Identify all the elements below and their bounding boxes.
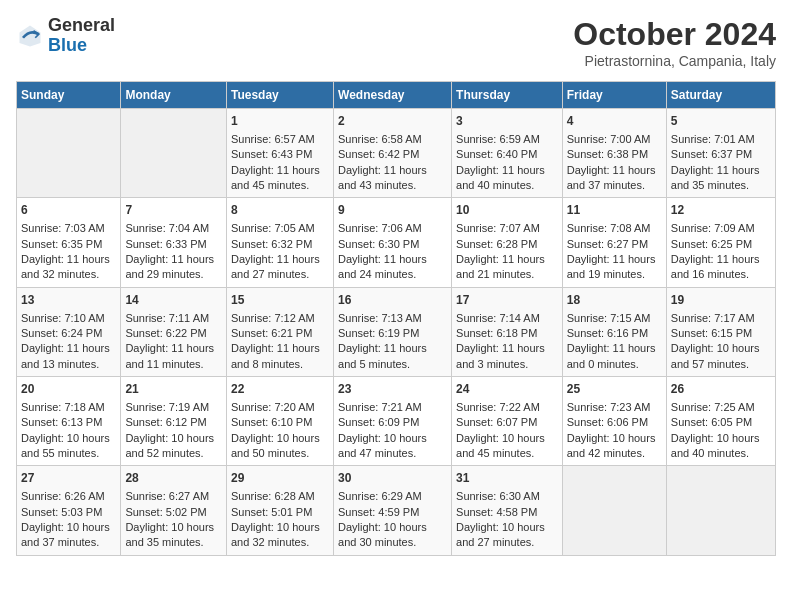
day-info-line: Sunset: 6:27 PM: [567, 237, 662, 252]
calendar-cell: [121, 109, 227, 198]
day-info-line: Sunrise: 7:03 AM: [21, 221, 116, 236]
day-number: 1: [231, 113, 329, 130]
day-info-line: Daylight: 10 hours and 30 minutes.: [338, 520, 447, 551]
day-info-line: Daylight: 11 hours and 24 minutes.: [338, 252, 447, 283]
calendar-week-1: 1Sunrise: 6:57 AMSunset: 6:43 PMDaylight…: [17, 109, 776, 198]
day-info-line: Daylight: 11 hours and 8 minutes.: [231, 341, 329, 372]
calendar-header-row: SundayMondayTuesdayWednesdayThursdayFrid…: [17, 82, 776, 109]
day-info-line: Sunset: 6:21 PM: [231, 326, 329, 341]
calendar-cell: [17, 109, 121, 198]
calendar-table: SundayMondayTuesdayWednesdayThursdayFrid…: [16, 81, 776, 556]
day-info-line: Sunrise: 6:28 AM: [231, 489, 329, 504]
calendar-cell: 30Sunrise: 6:29 AMSunset: 4:59 PMDayligh…: [334, 466, 452, 555]
day-info-line: Sunset: 5:02 PM: [125, 505, 222, 520]
calendar-cell: 15Sunrise: 7:12 AMSunset: 6:21 PMDayligh…: [226, 287, 333, 376]
day-number: 26: [671, 381, 771, 398]
calendar-cell: 10Sunrise: 7:07 AMSunset: 6:28 PMDayligh…: [452, 198, 563, 287]
calendar-week-4: 20Sunrise: 7:18 AMSunset: 6:13 PMDayligh…: [17, 377, 776, 466]
calendar-cell: 12Sunrise: 7:09 AMSunset: 6:25 PMDayligh…: [666, 198, 775, 287]
day-info-line: Daylight: 10 hours and 50 minutes.: [231, 431, 329, 462]
day-info-line: Daylight: 11 hours and 0 minutes.: [567, 341, 662, 372]
calendar-cell: 1Sunrise: 6:57 AMSunset: 6:43 PMDaylight…: [226, 109, 333, 198]
day-info-line: Sunrise: 7:19 AM: [125, 400, 222, 415]
day-info-line: Daylight: 11 hours and 3 minutes.: [456, 341, 558, 372]
day-info-line: Sunrise: 7:20 AM: [231, 400, 329, 415]
day-info-line: Sunset: 6:30 PM: [338, 237, 447, 252]
day-info-line: Sunset: 4:58 PM: [456, 505, 558, 520]
day-info-line: Daylight: 10 hours and 47 minutes.: [338, 431, 447, 462]
logo-general-text: General: [48, 15, 115, 35]
day-info-line: Sunrise: 7:01 AM: [671, 132, 771, 147]
calendar-cell: 13Sunrise: 7:10 AMSunset: 6:24 PMDayligh…: [17, 287, 121, 376]
day-number: 16: [338, 292, 447, 309]
day-info-line: Daylight: 11 hours and 27 minutes.: [231, 252, 329, 283]
day-header-thursday: Thursday: [452, 82, 563, 109]
day-info-line: Daylight: 11 hours and 40 minutes.: [456, 163, 558, 194]
day-info-line: Daylight: 10 hours and 42 minutes.: [567, 431, 662, 462]
day-info-line: Daylight: 11 hours and 16 minutes.: [671, 252, 771, 283]
day-info-line: Sunset: 6:18 PM: [456, 326, 558, 341]
calendar-week-3: 13Sunrise: 7:10 AMSunset: 6:24 PMDayligh…: [17, 287, 776, 376]
day-info-line: Daylight: 11 hours and 37 minutes.: [567, 163, 662, 194]
calendar-cell: 8Sunrise: 7:05 AMSunset: 6:32 PMDaylight…: [226, 198, 333, 287]
calendar-cell: 23Sunrise: 7:21 AMSunset: 6:09 PMDayligh…: [334, 377, 452, 466]
calendar-cell: 21Sunrise: 7:19 AMSunset: 6:12 PMDayligh…: [121, 377, 227, 466]
month-title: October 2024: [573, 16, 776, 53]
day-info-line: Sunrise: 7:06 AM: [338, 221, 447, 236]
day-number: 7: [125, 202, 222, 219]
day-info-line: Sunset: 6:42 PM: [338, 147, 447, 162]
day-info-line: Sunset: 6:16 PM: [567, 326, 662, 341]
day-info-line: Daylight: 11 hours and 32 minutes.: [21, 252, 116, 283]
day-number: 28: [125, 470, 222, 487]
day-info-line: Sunset: 6:40 PM: [456, 147, 558, 162]
day-number: 2: [338, 113, 447, 130]
day-number: 4: [567, 113, 662, 130]
day-number: 23: [338, 381, 447, 398]
day-info-line: Sunset: 6:38 PM: [567, 147, 662, 162]
calendar-cell: 26Sunrise: 7:25 AMSunset: 6:05 PMDayligh…: [666, 377, 775, 466]
page-header: General Blue October 2024 Pietrastornina…: [16, 16, 776, 69]
day-info-line: Sunset: 6:22 PM: [125, 326, 222, 341]
logo-blue-text: Blue: [48, 35, 87, 55]
day-number: 10: [456, 202, 558, 219]
day-header-sunday: Sunday: [17, 82, 121, 109]
calendar-cell: 3Sunrise: 6:59 AMSunset: 6:40 PMDaylight…: [452, 109, 563, 198]
day-info-line: Sunrise: 7:10 AM: [21, 311, 116, 326]
day-number: 21: [125, 381, 222, 398]
day-info-line: Sunset: 6:06 PM: [567, 415, 662, 430]
calendar-cell: 27Sunrise: 6:26 AMSunset: 5:03 PMDayligh…: [17, 466, 121, 555]
day-info-line: Sunset: 6:13 PM: [21, 415, 116, 430]
day-info-line: Sunrise: 7:00 AM: [567, 132, 662, 147]
day-info-line: Sunrise: 6:30 AM: [456, 489, 558, 504]
day-number: 30: [338, 470, 447, 487]
day-info-line: Sunrise: 7:23 AM: [567, 400, 662, 415]
day-info-line: Sunset: 6:12 PM: [125, 415, 222, 430]
day-header-friday: Friday: [562, 82, 666, 109]
logo-icon: [16, 22, 44, 50]
day-info-line: Daylight: 10 hours and 57 minutes.: [671, 341, 771, 372]
day-info-line: Sunset: 6:25 PM: [671, 237, 771, 252]
day-info-line: Daylight: 11 hours and 13 minutes.: [21, 341, 116, 372]
day-info-line: Daylight: 11 hours and 19 minutes.: [567, 252, 662, 283]
day-info-line: Daylight: 10 hours and 55 minutes.: [21, 431, 116, 462]
day-info-line: Sunset: 6:07 PM: [456, 415, 558, 430]
calendar-cell: 31Sunrise: 6:30 AMSunset: 4:58 PMDayligh…: [452, 466, 563, 555]
day-info-line: Sunset: 6:09 PM: [338, 415, 447, 430]
day-info-line: Sunset: 5:03 PM: [21, 505, 116, 520]
day-info-line: Sunrise: 7:15 AM: [567, 311, 662, 326]
day-number: 20: [21, 381, 116, 398]
day-info-line: Sunset: 6:28 PM: [456, 237, 558, 252]
day-info-line: Sunrise: 6:29 AM: [338, 489, 447, 504]
day-info-line: Daylight: 11 hours and 11 minutes.: [125, 341, 222, 372]
day-info-line: Daylight: 11 hours and 5 minutes.: [338, 341, 447, 372]
day-number: 15: [231, 292, 329, 309]
day-info-line: Sunrise: 7:05 AM: [231, 221, 329, 236]
day-number: 18: [567, 292, 662, 309]
day-info-line: Sunrise: 7:18 AM: [21, 400, 116, 415]
calendar-cell: 14Sunrise: 7:11 AMSunset: 6:22 PMDayligh…: [121, 287, 227, 376]
calendar-cell: 17Sunrise: 7:14 AMSunset: 6:18 PMDayligh…: [452, 287, 563, 376]
day-info-line: Daylight: 10 hours and 52 minutes.: [125, 431, 222, 462]
day-info-line: Sunset: 6:32 PM: [231, 237, 329, 252]
day-info-line: Daylight: 10 hours and 40 minutes.: [671, 431, 771, 462]
day-info-line: Sunrise: 7:14 AM: [456, 311, 558, 326]
